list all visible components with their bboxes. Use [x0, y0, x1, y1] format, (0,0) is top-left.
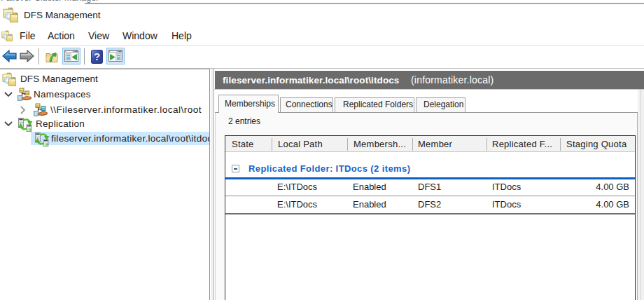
svg-text:?: ? [94, 50, 100, 62]
